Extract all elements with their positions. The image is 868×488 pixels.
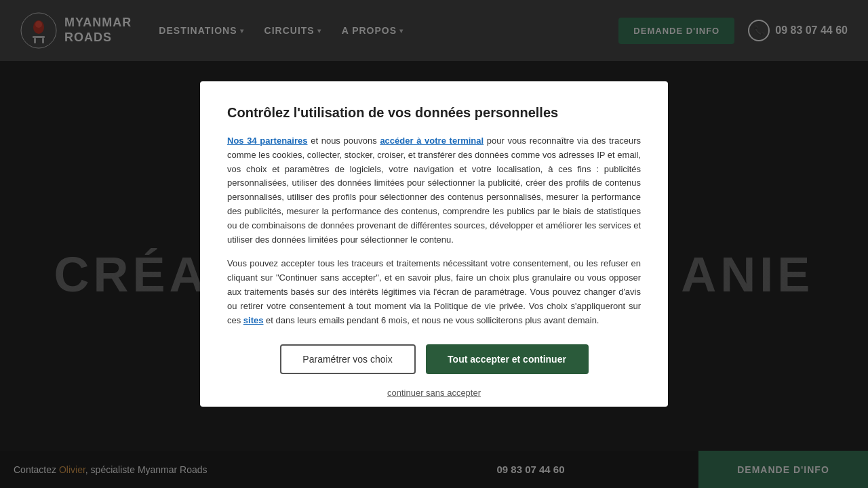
- terminal-link[interactable]: accéder à votre terminal: [380, 136, 484, 146]
- modal-body-paragraph1: Nos 34 partenaires et nous pouvons accéd…: [227, 134, 641, 247]
- modal-overlay: Contrôlez l'utilisation de vos données p…: [0, 0, 868, 488]
- parametrer-button[interactable]: Paramétrer vos choix: [280, 344, 416, 374]
- continuer-link[interactable]: continuer sans accepter: [387, 388, 481, 398]
- modal-footer: continuer sans accepter: [227, 386, 641, 399]
- accepter-button[interactable]: Tout accepter et continuer: [426, 344, 589, 374]
- partners-link[interactable]: Nos 34 partenaires: [227, 136, 307, 146]
- modal-buttons: Paramétrer vos choix Tout accepter et co…: [227, 344, 641, 374]
- sites-link[interactable]: sites: [243, 315, 264, 325]
- modal-body-paragraph2: Vous pouvez accepter tous les traceurs e…: [227, 257, 641, 327]
- consent-modal: Contrôlez l'utilisation de vos données p…: [200, 81, 668, 407]
- modal-title: Contrôlez l'utilisation de vos données p…: [227, 105, 641, 121]
